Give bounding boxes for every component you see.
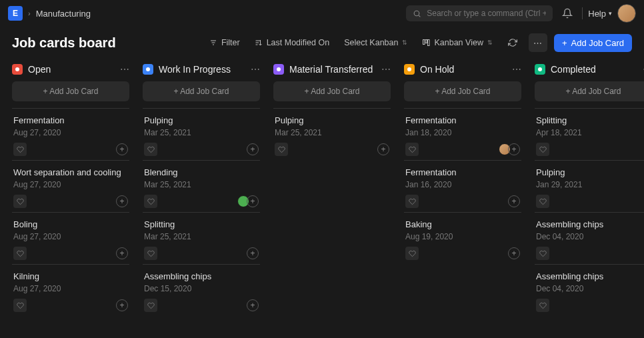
- job-card[interactable]: SplittingMar 25, 2021+: [143, 212, 260, 264]
- svg-point-0: [414, 11, 419, 16]
- add-assignee-button[interactable]: +: [247, 143, 259, 155]
- svg-rect-5: [423, 40, 425, 45]
- app-logo[interactable]: E: [8, 6, 23, 21]
- job-card[interactable]: BakingAug 19, 2020+: [404, 212, 521, 264]
- card-date: Mar 25, 2021: [275, 128, 389, 137]
- kanban-column: Work In Progress⋯+ Add Job CardPulpingMa…: [143, 64, 260, 316]
- job-card[interactable]: PulpingJan 29, 2021: [535, 160, 644, 212]
- card-title: Splitting: [144, 219, 259, 229]
- refresh-icon: [508, 38, 517, 47]
- card-date: Aug 19, 2020: [405, 232, 520, 241]
- notifications-button[interactable]: [558, 4, 577, 23]
- like-button[interactable]: [144, 247, 157, 260]
- add-card-button[interactable]: + Add Job Card: [535, 81, 644, 101]
- job-card[interactable]: PulpingMar 25, 2021+: [143, 108, 260, 160]
- job-card[interactable]: BlendingMar 25, 2021+: [143, 160, 260, 212]
- add-assignee-button[interactable]: +: [247, 247, 259, 259]
- card-title: Pulping: [275, 115, 389, 125]
- add-assignee-button[interactable]: +: [116, 143, 128, 155]
- assignees: +: [116, 299, 128, 311]
- job-card[interactable]: Assembling chipsDec 15, 2020+: [143, 264, 260, 316]
- add-assignee-button[interactable]: +: [116, 195, 128, 207]
- breadcrumb[interactable]: Manufacturing: [36, 9, 91, 19]
- add-job-card-button[interactable]: + Add Job Card: [554, 34, 632, 52]
- job-card[interactable]: PulpingMar 25, 2021+: [273, 108, 391, 160]
- like-button[interactable]: [405, 247, 419, 260]
- column-menu-button[interactable]: ⋯: [120, 64, 129, 75]
- refresh-button[interactable]: [503, 33, 522, 52]
- dots-icon: ⋯: [533, 38, 542, 48]
- assignees: +: [508, 247, 520, 259]
- heart-icon: [17, 198, 24, 205]
- job-card[interactable]: FermentationJan 16, 2020+: [404, 160, 521, 212]
- like-button[interactable]: [536, 247, 549, 260]
- like-button[interactable]: [405, 143, 419, 156]
- like-button[interactable]: [536, 195, 549, 208]
- filter-button[interactable]: Filter: [205, 35, 244, 50]
- add-card-button[interactable]: + Add Job Card: [404, 81, 521, 101]
- divider: [582, 7, 583, 19]
- like-button[interactable]: [144, 143, 157, 156]
- add-assignee-button[interactable]: +: [508, 247, 520, 259]
- add-assignee-button[interactable]: +: [116, 247, 128, 259]
- view-select[interactable]: Kanban View ⇅: [418, 35, 496, 50]
- column-status-icon: [143, 64, 153, 75]
- card-footer: [536, 195, 644, 208]
- like-button[interactable]: [13, 143, 27, 156]
- column-menu-button[interactable]: ⋯: [251, 64, 260, 75]
- add-assignee-button[interactable]: +: [116, 299, 128, 311]
- topbar: E › Manufacturing Help ▾: [0, 0, 644, 27]
- job-card[interactable]: SplittingApr 18, 2021: [535, 108, 644, 160]
- search-input[interactable]: [427, 9, 546, 18]
- assignees: +: [116, 195, 128, 207]
- help-link[interactable]: Help ▾: [588, 9, 612, 19]
- add-assignee-button[interactable]: +: [247, 195, 259, 207]
- like-button[interactable]: [144, 195, 157, 208]
- card-footer: +: [13, 195, 128, 208]
- add-assignee-button[interactable]: +: [508, 143, 520, 155]
- card-title: Assembling chips: [536, 219, 644, 229]
- heart-icon: [539, 302, 547, 309]
- job-card[interactable]: Assembling chipsDec 04, 2020: [535, 264, 644, 316]
- add-assignee-button[interactable]: +: [508, 195, 520, 207]
- add-assignee-button[interactable]: +: [377, 143, 389, 155]
- group-select[interactable]: Select Kanban ⇅: [340, 35, 411, 50]
- add-card-button[interactable]: + Add Job Card: [273, 81, 391, 101]
- user-avatar[interactable]: [617, 4, 636, 23]
- page-title: Job cards board: [12, 35, 116, 51]
- add-card-button[interactable]: + Add Job Card: [12, 81, 129, 101]
- column-status-icon: [12, 64, 23, 75]
- column-menu-button[interactable]: ⋯: [381, 64, 391, 75]
- like-button[interactable]: [405, 195, 419, 208]
- column-header: Open⋯: [12, 64, 129, 75]
- assignees: +: [247, 299, 259, 311]
- assignees: +: [116, 247, 128, 259]
- like-button[interactable]: [536, 299, 549, 312]
- like-button[interactable]: [275, 143, 288, 156]
- job-card[interactable]: FermentationAug 27, 2020+: [12, 108, 129, 160]
- column-title: Completed: [551, 64, 637, 75]
- add-assignee-button[interactable]: +: [247, 299, 259, 311]
- add-card-button[interactable]: + Add Job Card: [143, 81, 260, 101]
- sort-button[interactable]: Last Modified On: [251, 35, 334, 50]
- card-footer: +: [144, 195, 259, 208]
- like-button[interactable]: [536, 143, 549, 156]
- job-card[interactable]: BolingAug 27, 2020+: [12, 212, 129, 264]
- assignees: +: [237, 195, 259, 207]
- like-button[interactable]: [13, 195, 27, 208]
- like-button[interactable]: [13, 247, 27, 260]
- card-date: Aug 27, 2020: [13, 180, 128, 189]
- column-header: Completed⋯: [535, 64, 644, 75]
- like-button[interactable]: [13, 299, 27, 312]
- like-button[interactable]: [144, 299, 157, 312]
- column-menu-button[interactable]: ⋯: [512, 64, 521, 75]
- more-button[interactable]: ⋯: [529, 33, 547, 52]
- card-footer: [536, 143, 644, 156]
- search-box[interactable]: [406, 5, 553, 21]
- heart-icon: [147, 146, 155, 153]
- job-card[interactable]: Wort separation and coolingAug 27, 2020+: [12, 160, 129, 212]
- card-date: Aug 27, 2020: [13, 284, 128, 293]
- job-card[interactable]: Assembling chipsDec 04, 2020: [535, 212, 644, 264]
- job-card[interactable]: KilningAug 27, 2020+: [12, 264, 129, 316]
- job-card[interactable]: FermentationJan 18, 2020+: [404, 108, 521, 160]
